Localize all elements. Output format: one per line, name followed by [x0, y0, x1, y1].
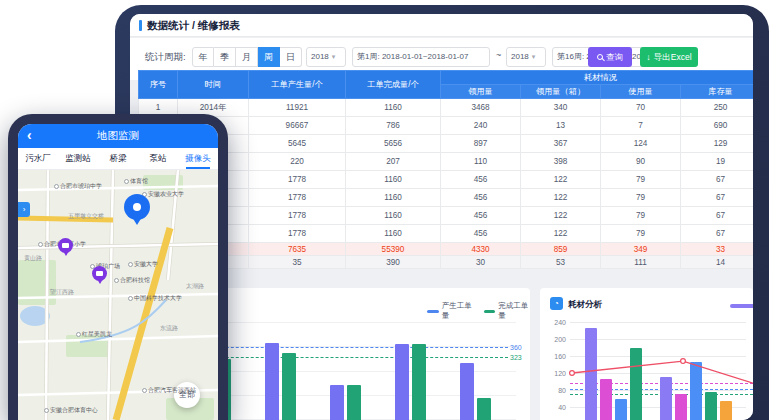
table-cell: 1160 [346, 189, 441, 207]
export-excel-button[interactable]: ↓ 导出Excel [640, 47, 698, 67]
table-cell: 110 [441, 153, 521, 171]
title-accent-bar [139, 20, 142, 31]
download-icon: ↓ [646, 53, 651, 62]
table-cell: 96667 [249, 117, 346, 135]
period-option-日[interactable]: 日 [280, 47, 302, 67]
map-label: 望江西路 [50, 288, 74, 297]
phone-tab-桥梁[interactable]: 桥梁 [98, 148, 138, 169]
period-option-月[interactable]: 月 [236, 47, 258, 67]
map-label: 合肥市琥珀中学 [54, 182, 102, 191]
table-row: 42202071103989019 [139, 153, 754, 171]
period-option-周[interactable]: 周 [258, 47, 280, 67]
year-from-select[interactable]: 2018▾ [306, 47, 346, 67]
table-cell: 3468 [441, 99, 521, 117]
grid-line [570, 322, 746, 323]
bar-group1 [615, 399, 627, 420]
col-subheader: 库存量 [681, 85, 754, 99]
map-label: 安徽农业大学 [142, 190, 184, 199]
location-marker-icon[interactable] [124, 194, 150, 220]
table-cell: 456 [441, 171, 521, 189]
table-cell: 349 [601, 243, 681, 256]
right-chart-card: ◔ 耗材分析 2402001601208040 [540, 288, 753, 420]
bar-group1 [600, 379, 612, 420]
bar-产生工单量 [395, 344, 409, 420]
phone-tab-泵站[interactable]: 泵站 [138, 148, 178, 169]
summary-row-total: 合计763555390433085934933 [139, 243, 754, 256]
table-cell: 7 [601, 117, 681, 135]
table-cell: 1160 [346, 171, 441, 189]
poi-dot-icon [128, 296, 133, 301]
table-cell: 129 [681, 135, 754, 153]
map-label: 东流路 [160, 324, 178, 333]
map-label: 体育馆 [124, 177, 148, 186]
period-option-年[interactable]: 年 [192, 47, 214, 67]
table-cell: 220 [249, 153, 346, 171]
camera-marker-icon[interactable] [92, 266, 107, 281]
bar-group1 [630, 348, 642, 420]
legend-item[interactable]: 完成工单量 [484, 301, 531, 321]
table-row: 8177811604561227967 [139, 225, 754, 243]
period-option-季[interactable]: 季 [214, 47, 236, 67]
table-cell: 55390 [346, 243, 441, 256]
bar-产生工单量 [460, 363, 474, 420]
table-cell: 1160 [346, 207, 441, 225]
table-cell: 122 [521, 189, 601, 207]
table-cell: 250 [681, 99, 754, 117]
table-cell: 859 [521, 243, 601, 256]
table-row: 296667786240137690 [139, 117, 754, 135]
legend-item[interactable]: 产生工单量 [427, 301, 474, 321]
col-subheader: 领用量（箱） [521, 85, 601, 99]
table-cell: 14 [681, 256, 754, 269]
period-segmented-control: 年季月周日 [192, 47, 302, 67]
table-cell: 33 [681, 243, 754, 256]
search-button[interactable]: 查询 [588, 47, 632, 67]
bar-完成工单量 [347, 385, 361, 420]
col-header-consumables-group: 耗材情况 [441, 71, 754, 85]
poi-dot-icon [142, 388, 147, 393]
y-axis-label: 40 [540, 404, 566, 411]
table-cell: 90 [601, 153, 681, 171]
legend-swatch [484, 310, 496, 313]
table-cell: 67 [681, 207, 754, 225]
table-cell: 19 [681, 153, 754, 171]
col-header-time: 时间 [178, 71, 249, 99]
summary-row-average: 平均值35390305311114 [139, 256, 754, 269]
table-cell: 122 [521, 207, 601, 225]
table-cell: 4330 [441, 243, 521, 256]
map-pond [20, 306, 50, 326]
table-cell: 5656 [346, 135, 441, 153]
expand-handle[interactable]: › [18, 202, 30, 217]
chart-title: 耗材分析 [568, 299, 602, 311]
poi-dot-icon [114, 278, 119, 283]
map-view[interactable]: › 全部 合肥市琥珀中学体育馆安徽农业大学五里墩立交桥合肥市宁溪小学琥珀广场安徽… [18, 170, 218, 420]
poi-dot-icon [44, 408, 49, 413]
phone-device: ‹ 地图监测 污水厂监测站桥梁泵站摄像头 [8, 114, 228, 420]
table-cell: 1778 [249, 207, 346, 225]
table-cell: 367 [521, 135, 601, 153]
phone-tab-污水厂[interactable]: 污水厂 [18, 148, 58, 169]
bar-产生工单量 [330, 385, 344, 420]
poi-dot-icon [38, 242, 43, 247]
y-axis-label: 160 [540, 353, 566, 360]
table-cell: 7635 [249, 243, 346, 256]
phone-tab-监测站[interactable]: 监测站 [58, 148, 98, 169]
week-from-select[interactable]: 第1周: 2018-01-01~2018-01-07 [352, 47, 490, 67]
period-label: 统计周期: [145, 51, 186, 64]
table-cell: 390 [346, 256, 441, 269]
chart-legend: 产生工单量完成工单量 [427, 301, 530, 321]
table-row: 5177811604561227967 [139, 171, 754, 189]
poi-dot-icon [128, 262, 133, 267]
reference-line-label: 360 [510, 344, 522, 351]
phone-tab-摄像头[interactable]: 摄像头 [178, 148, 218, 169]
bar-group2 [660, 377, 672, 420]
phone-page-title: 地图监测 [18, 129, 218, 143]
bar-完成工单量 [477, 398, 491, 420]
table-cell: 67 [681, 189, 754, 207]
y-axis-label: 120 [540, 370, 566, 377]
year-to-select[interactable]: 2018▾ [506, 47, 546, 67]
map-park-area [18, 260, 56, 305]
table-cell: 398 [521, 153, 601, 171]
camera-marker-icon[interactable] [58, 238, 73, 253]
table-cell: 79 [601, 207, 681, 225]
map-park-area [143, 175, 183, 190]
